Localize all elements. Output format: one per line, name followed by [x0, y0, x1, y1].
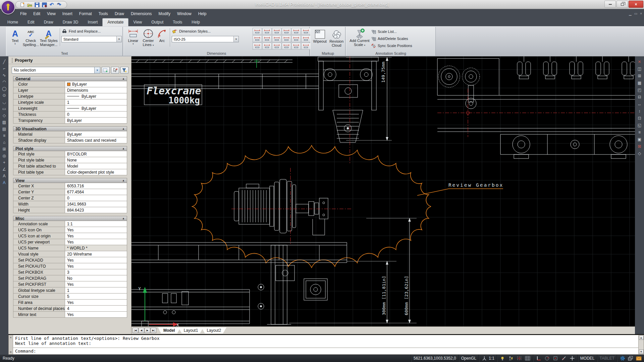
gear-trolley-assembly[interactable]	[437, 56, 635, 159]
delete-tool-icon[interactable]: ⊠	[637, 144, 642, 149]
prop-row-visual-style[interactable]: Visual style2D Wireframe	[13, 251, 127, 257]
quick-dimension-button[interactable]	[253, 43, 262, 50]
leader-dimension-button[interactable]	[262, 43, 272, 50]
prop-row-center-x[interactable]: Center X6053.716	[13, 183, 127, 189]
baseline-dimension-button[interactable]	[272, 28, 281, 35]
continue-dimension-button[interactable]	[253, 28, 262, 35]
sync-scale-positions-button[interactable]: Sync Scale Positions	[370, 43, 435, 48]
mail-icon[interactable]	[636, 356, 642, 361]
menu-item-view[interactable]: View	[44, 9, 59, 18]
model-space-toggle[interactable]: MODEL	[578, 355, 597, 362]
prop-value[interactable]: Yes	[65, 239, 127, 245]
prop-row-plot-style[interactable]: Plot styleBYCOLOR	[13, 151, 127, 157]
tab-home[interactable]: Home	[3, 18, 23, 26]
prop-value[interactable]: 6053.716	[65, 183, 127, 189]
prop-section-header[interactable]: 3D Visualisation▲	[13, 126, 127, 131]
angular-dimension-button[interactable]	[291, 28, 301, 35]
prop-row-cursor-size[interactable]: Cursor size5	[13, 293, 127, 300]
dimension-style-select[interactable]: ISO-25▼	[172, 36, 239, 42]
prop-value[interactable]: Yes	[65, 300, 127, 305]
command-pin-icon[interactable]: ⊙	[10, 350, 11, 354]
subtract-tool-icon[interactable]: ⊟	[637, 94, 642, 99]
diameter-dimension-button[interactable]	[272, 35, 281, 42]
polyline-tool-icon[interactable]: ⌐	[1, 66, 7, 71]
prop-value[interactable]: 3	[65, 269, 127, 275]
prop-value[interactable]: ByLayer	[65, 105, 127, 111]
tab-annotate[interactable]: Annotate	[102, 18, 128, 26]
add-delete-scales-button[interactable]: Add/Delete Scales	[370, 36, 435, 41]
arc-tool-icon[interactable]: ◠	[1, 79, 7, 84]
collapse-icon[interactable]: ▲	[122, 77, 125, 80]
menu-item-window[interactable]: Window	[174, 9, 195, 18]
grid-tool-icon[interactable]: ▦	[637, 80, 642, 85]
prop-row-ucs-name[interactable]: UCS Name* WORLD *	[13, 245, 127, 251]
menu-item-modify[interactable]: Modify	[155, 9, 174, 18]
prop-row-transparency[interactable]: TransparencyByLayer	[13, 118, 127, 124]
prop-value[interactable]: Yes	[65, 227, 127, 233]
prop-value[interactable]: None	[65, 157, 127, 163]
collapse-icon[interactable]: ▲	[122, 217, 125, 220]
prop-value[interactable]: Shadows cast and received	[65, 137, 127, 143]
cloud-leader[interactable]	[417, 189, 503, 195]
command-input[interactable]: Command:	[13, 348, 638, 354]
prop-value[interactable]: Yes	[65, 312, 127, 317]
prop-value[interactable]: Yes	[65, 281, 127, 287]
prop-row-plot-table-attached-to[interactable]: Plot table attached toModel	[13, 163, 127, 169]
broken-dimension-button[interactable]	[262, 28, 272, 35]
prop-value[interactable]: 1:1	[65, 221, 127, 227]
first-sheet-button[interactable]: |◀	[132, 328, 138, 333]
prop-row-number-of-decimal-places[interactable]: Number of decimal places4	[13, 306, 127, 312]
doc-restore-icon[interactable]: ▭	[634, 12, 637, 15]
prop-value[interactable]: 1641.9663	[65, 201, 127, 207]
entity-snap-icon[interactable]	[552, 356, 558, 361]
hatch-tool-icon[interactable]: ▨	[1, 120, 7, 125]
text-button[interactable]: A Text▾	[8, 28, 22, 47]
revision-cloud-button[interactable]: RevisionCloud	[329, 28, 345, 47]
prop-value[interactable]: 677.4564	[65, 189, 127, 195]
prop-value[interactable]: 1	[65, 287, 127, 293]
girder-side-view[interactable]	[131, 60, 319, 89]
donut-tool-icon[interactable]: ⊙	[1, 93, 7, 98]
dimension-break-button[interactable]	[301, 43, 311, 50]
prop-section-header[interactable]: View▲	[13, 178, 127, 183]
check-spelling-button[interactable]: ABC✓ CheckSpelling...	[22, 28, 39, 47]
erase-tool-icon[interactable]: ✕	[637, 59, 642, 64]
prop-value[interactable]: Yes	[65, 263, 127, 269]
window-layout-icon[interactable]	[628, 356, 634, 361]
command-scrollbar[interactable]: ▲ ▼	[638, 335, 644, 354]
prop-row-ucs-icon-on[interactable]: UCS icon OnYes	[13, 227, 127, 233]
entity-track-icon[interactable]	[561, 356, 567, 361]
doc-close-icon[interactable]: ×	[640, 12, 642, 15]
wipeout-button[interactable]: Wipeout	[312, 28, 328, 47]
collapse-icon[interactable]: ▲	[122, 147, 125, 150]
prop-row-linetype[interactable]: LinetypeByLayer	[13, 93, 127, 99]
next-sheet-button[interactable]: ▶	[145, 328, 150, 333]
prop-value[interactable]: 0	[65, 111, 127, 117]
prop-row-center-y[interactable]: Center Y677.4564	[13, 189, 127, 195]
menu-item-tools[interactable]: Tools	[95, 9, 111, 18]
flexcrane-title-block[interactable]: Flexcrane 1000kg	[144, 85, 202, 105]
last-sheet-button[interactable]: ▶|	[151, 328, 156, 333]
motor-gearbox[interactable]	[234, 179, 328, 235]
find-replace-button[interactable]: Find and Replace...	[61, 29, 122, 34]
prop-value[interactable]: 884.6423	[65, 207, 127, 213]
grid-display-icon[interactable]	[525, 356, 531, 361]
point-tool-icon[interactable]: ◎	[1, 153, 7, 158]
menu-item-insert[interactable]: Insert	[59, 9, 76, 18]
menu-item-help[interactable]: Help	[195, 9, 210, 18]
prop-row-color[interactable]: ColorByLayer	[13, 81, 127, 87]
prop-row-fill-area[interactable]: Fill areaYes	[13, 300, 127, 306]
annotation-visibility-icon[interactable]	[499, 356, 505, 361]
text-styles-manager-button[interactable]: A Text StylesManager...	[39, 28, 58, 47]
layers-tool-icon[interactable]: ≡	[637, 130, 642, 135]
text-tool-icon[interactable]: A	[1, 173, 7, 178]
menu-item-file[interactable]: File	[17, 9, 30, 18]
ordinate-dimension-button[interactable]	[282, 28, 291, 35]
close-button[interactable]: ×	[629, 1, 643, 8]
revision-cloud[interactable]	[192, 145, 431, 268]
circle-tool-icon[interactable]: ◯	[1, 86, 7, 91]
toggle-pickadd-button[interactable]	[120, 67, 128, 74]
oblique-dimension-button[interactable]	[301, 28, 311, 35]
tab-edit[interactable]: Edit	[23, 18, 39, 26]
coordinates-display[interactable]: 5621.6363,1003.5352,0	[411, 355, 459, 362]
